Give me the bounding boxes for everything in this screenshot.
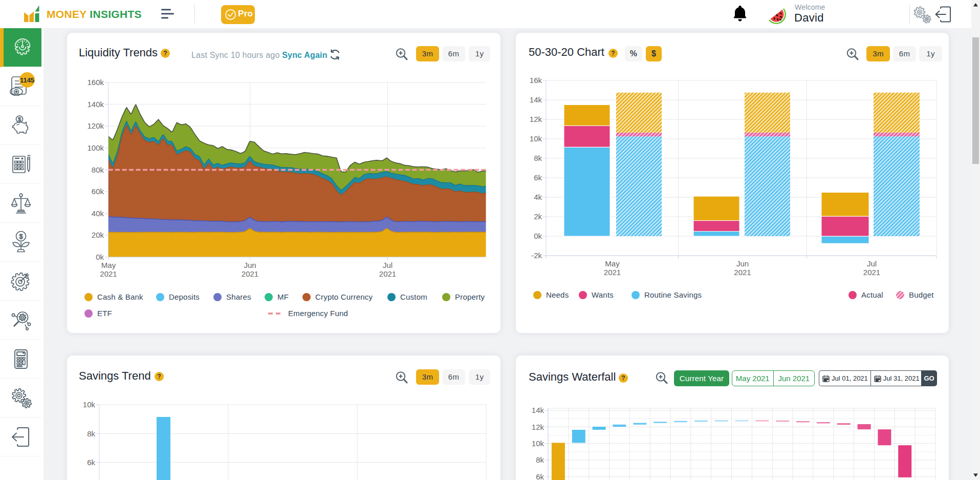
svg-text:14k: 14k	[532, 406, 545, 414]
svg-text:14k: 14k	[530, 95, 542, 104]
svg-text:8k: 8k	[534, 154, 542, 162]
svg-text:60k: 60k	[92, 187, 104, 196]
svg-text:100k: 100k	[87, 143, 104, 152]
svg-text:20k: 20k	[92, 231, 104, 239]
svg-text:8k: 8k	[536, 455, 544, 464]
svg-text:Jul: Jul	[867, 259, 877, 268]
svg-text:140k: 140k	[87, 100, 104, 109]
svg-text:May: May	[605, 259, 620, 268]
svg-text:$: $	[19, 232, 23, 240]
svg-text:12k: 12k	[530, 115, 542, 123]
svg-text:120k: 120k	[87, 121, 104, 130]
svg-text:80k: 80k	[92, 165, 104, 174]
svg-text:6k: 6k	[536, 472, 544, 480]
svg-text:May: May	[101, 261, 116, 269]
svg-text:2021: 2021	[604, 268, 621, 277]
svg-text:6k: 6k	[87, 458, 95, 467]
svg-text:2021: 2021	[863, 268, 880, 277]
svg-text:2021: 2021	[242, 269, 258, 278]
svg-text:2021: 2021	[379, 269, 396, 278]
svg-text:0k: 0k	[96, 253, 104, 261]
svg-text:2021: 2021	[734, 268, 751, 277]
svg-text:-2k: -2k	[531, 251, 542, 260]
svg-text:10k: 10k	[532, 439, 545, 448]
svg-text:8k: 8k	[87, 429, 95, 438]
svg-text:$: $	[17, 116, 21, 122]
svg-text:6k: 6k	[534, 173, 542, 182]
svg-text:2021: 2021	[100, 269, 117, 278]
svg-text:1145: 1145	[19, 76, 34, 84]
svg-text:10k: 10k	[530, 134, 542, 143]
svg-text:16k: 16k	[530, 76, 542, 85]
svg-text:Jun: Jun	[244, 261, 256, 269]
svg-text:40k: 40k	[92, 209, 104, 218]
svg-text:4k: 4k	[534, 193, 542, 201]
svg-text:0k: 0k	[534, 232, 542, 240]
svg-text:12k: 12k	[532, 423, 545, 431]
svg-text:2k: 2k	[534, 212, 542, 221]
svg-text:160k: 160k	[87, 78, 104, 87]
svg-text:Jun: Jun	[736, 259, 749, 268]
svg-text:Jul: Jul	[383, 261, 393, 269]
svg-text:10k: 10k	[83, 400, 96, 409]
